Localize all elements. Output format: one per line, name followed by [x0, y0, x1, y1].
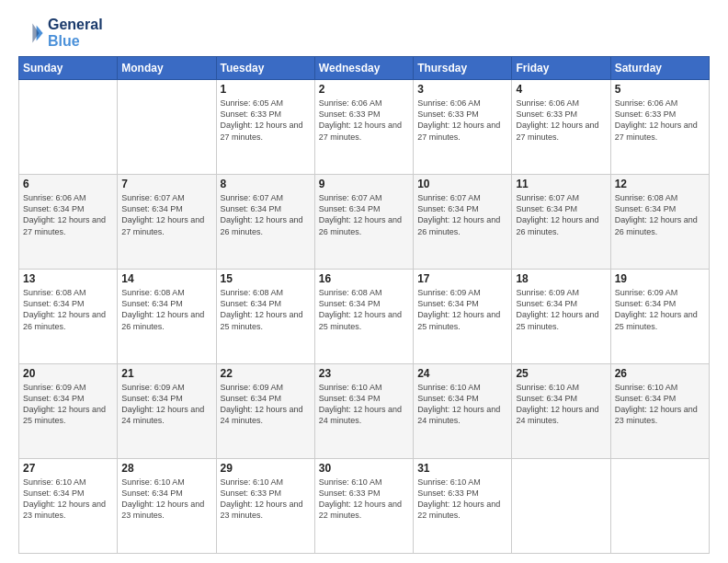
calendar-week-3: 13 Sunrise: 6:08 AMSunset: 6:34 PMDaylig… [19, 270, 710, 364]
calendar-cell: 31 Sunrise: 6:10 AMSunset: 6:33 PMDaylig… [414, 459, 512, 554]
calendar-cell [118, 80, 216, 175]
day-number: 22 [221, 367, 311, 380]
day-info: Sunrise: 6:05 AMSunset: 6:33 PMDaylight:… [221, 98, 303, 141]
calendar-week-4: 20 Sunrise: 6:09 AMSunset: 6:34 PMDaylig… [19, 364, 710, 459]
day-number: 26 [615, 367, 705, 380]
day-number: 29 [221, 462, 311, 475]
calendar-cell: 30 Sunrise: 6:10 AMSunset: 6:33 PMDaylig… [314, 459, 413, 554]
logo-icon [18, 20, 44, 46]
calendar-cell: 4 Sunrise: 6:06 AMSunset: 6:33 PMDayligh… [512, 80, 610, 175]
calendar-cell: 22 Sunrise: 6:09 AMSunset: 6:34 PMDaylig… [216, 364, 314, 459]
day-number: 8 [221, 178, 311, 190]
day-info: Sunrise: 6:07 AMSunset: 6:34 PMDaylight:… [516, 193, 598, 236]
day-info: Sunrise: 6:09 AMSunset: 6:34 PMDaylight:… [23, 383, 106, 425]
calendar-cell: 5 Sunrise: 6:06 AMSunset: 6:33 PMDayligh… [610, 80, 709, 175]
calendar-cell: 26 Sunrise: 6:10 AMSunset: 6:34 PMDaylig… [610, 364, 709, 459]
day-info: Sunrise: 6:09 AMSunset: 6:34 PMDaylight:… [615, 288, 698, 330]
calendar-cell: 19 Sunrise: 6:09 AMSunset: 6:34 PMDaylig… [610, 270, 709, 364]
day-number: 2 [319, 83, 409, 96]
day-number: 9 [319, 178, 409, 190]
col-monday: Monday [118, 57, 216, 80]
calendar-cell: 18 Sunrise: 6:09 AMSunset: 6:34 PMDaylig… [512, 270, 610, 364]
col-tuesday: Tuesday [216, 57, 314, 80]
day-info: Sunrise: 6:06 AMSunset: 6:33 PMDaylight:… [417, 98, 500, 141]
calendar-cell: 12 Sunrise: 6:08 AMSunset: 6:34 PMDaylig… [610, 175, 709, 270]
day-info: Sunrise: 6:08 AMSunset: 6:34 PMDaylight:… [615, 193, 698, 236]
day-info: Sunrise: 6:06 AMSunset: 6:33 PMDaylight:… [516, 98, 598, 141]
day-number: 19 [615, 272, 705, 285]
day-info: Sunrise: 6:07 AMSunset: 6:34 PMDaylight:… [221, 193, 303, 236]
col-saturday: Saturday [610, 57, 709, 80]
calendar-cell: 21 Sunrise: 6:09 AMSunset: 6:34 PMDaylig… [118, 364, 216, 459]
day-info: Sunrise: 6:07 AMSunset: 6:34 PMDaylight:… [319, 193, 402, 236]
calendar-header: Sunday Monday Tuesday Wednesday Thursday… [19, 57, 710, 80]
calendar-cell: 25 Sunrise: 6:10 AMSunset: 6:34 PMDaylig… [512, 364, 610, 459]
day-number: 4 [516, 83, 606, 96]
day-info: Sunrise: 6:09 AMSunset: 6:34 PMDaylight:… [121, 383, 204, 425]
col-wednesday: Wednesday [314, 57, 413, 80]
calendar-body: 1 Sunrise: 6:05 AMSunset: 6:33 PMDayligh… [19, 80, 710, 554]
day-info: Sunrise: 6:06 AMSunset: 6:33 PMDaylight:… [319, 98, 402, 141]
col-sunday: Sunday [19, 57, 118, 80]
day-number: 31 [417, 462, 507, 475]
calendar-cell: 16 Sunrise: 6:08 AMSunset: 6:34 PMDaylig… [314, 270, 413, 364]
calendar-cell: 24 Sunrise: 6:10 AMSunset: 6:34 PMDaylig… [414, 364, 512, 459]
header-row: Sunday Monday Tuesday Wednesday Thursday… [19, 57, 710, 80]
calendar-cell: 14 Sunrise: 6:08 AMSunset: 6:34 PMDaylig… [118, 270, 216, 364]
calendar-cell [610, 459, 709, 554]
logo: General Blue [18, 17, 103, 49]
calendar-cell: 17 Sunrise: 6:09 AMSunset: 6:34 PMDaylig… [414, 270, 512, 364]
day-info: Sunrise: 6:06 AMSunset: 6:34 PMDaylight:… [23, 193, 106, 236]
logo-text: General Blue [48, 17, 103, 49]
col-friday: Friday [512, 57, 610, 80]
calendar-cell: 29 Sunrise: 6:10 AMSunset: 6:33 PMDaylig… [216, 459, 314, 554]
day-info: Sunrise: 6:10 AMSunset: 6:34 PMDaylight:… [417, 383, 500, 425]
day-number: 10 [417, 178, 507, 190]
calendar-cell: 9 Sunrise: 6:07 AMSunset: 6:34 PMDayligh… [314, 175, 413, 270]
day-number: 3 [417, 83, 507, 96]
day-info: Sunrise: 6:10 AMSunset: 6:34 PMDaylight:… [516, 383, 598, 425]
calendar-cell [512, 459, 610, 554]
day-number: 17 [417, 272, 507, 285]
day-number: 23 [319, 367, 409, 380]
day-info: Sunrise: 6:08 AMSunset: 6:34 PMDaylight:… [221, 288, 303, 330]
calendar-cell: 27 Sunrise: 6:10 AMSunset: 6:34 PMDaylig… [19, 459, 118, 554]
calendar-cell: 28 Sunrise: 6:10 AMSunset: 6:34 PMDaylig… [118, 459, 216, 554]
day-info: Sunrise: 6:10 AMSunset: 6:34 PMDaylight:… [615, 383, 698, 425]
day-info: Sunrise: 6:10 AMSunset: 6:34 PMDaylight:… [319, 383, 402, 425]
day-info: Sunrise: 6:10 AMSunset: 6:34 PMDaylight:… [23, 477, 106, 520]
day-number: 13 [23, 272, 113, 285]
day-number: 30 [319, 462, 409, 475]
calendar-cell: 23 Sunrise: 6:10 AMSunset: 6:34 PMDaylig… [314, 364, 413, 459]
calendar-cell [19, 80, 118, 175]
day-number: 5 [615, 83, 705, 96]
day-info: Sunrise: 6:08 AMSunset: 6:34 PMDaylight:… [121, 288, 204, 330]
page: General Blue Sunday Monday Tuesday Wedne… [0, 0, 728, 563]
day-number: 11 [516, 178, 606, 190]
day-info: Sunrise: 6:07 AMSunset: 6:34 PMDaylight:… [121, 193, 204, 236]
calendar-cell: 10 Sunrise: 6:07 AMSunset: 6:34 PMDaylig… [414, 175, 512, 270]
calendar-cell: 1 Sunrise: 6:05 AMSunset: 6:33 PMDayligh… [216, 80, 314, 175]
day-info: Sunrise: 6:10 AMSunset: 6:34 PMDaylight:… [121, 477, 204, 520]
day-number: 28 [121, 462, 211, 475]
day-number: 20 [23, 367, 113, 380]
day-number: 16 [319, 272, 409, 285]
header: General Blue [18, 17, 710, 49]
calendar-cell: 13 Sunrise: 6:08 AMSunset: 6:34 PMDaylig… [19, 270, 118, 364]
day-info: Sunrise: 6:09 AMSunset: 6:34 PMDaylight:… [221, 383, 303, 425]
calendar-cell: 2 Sunrise: 6:06 AMSunset: 6:33 PMDayligh… [314, 80, 413, 175]
day-info: Sunrise: 6:09 AMSunset: 6:34 PMDaylight:… [516, 288, 598, 330]
day-info: Sunrise: 6:10 AMSunset: 6:33 PMDaylight:… [221, 477, 303, 520]
day-number: 27 [23, 462, 113, 475]
day-info: Sunrise: 6:09 AMSunset: 6:34 PMDaylight:… [417, 288, 500, 330]
col-thursday: Thursday [414, 57, 512, 80]
day-info: Sunrise: 6:08 AMSunset: 6:34 PMDaylight:… [319, 288, 402, 330]
day-number: 21 [121, 367, 211, 380]
day-number: 14 [121, 272, 211, 285]
day-info: Sunrise: 6:08 AMSunset: 6:34 PMDaylight:… [23, 288, 106, 330]
day-info: Sunrise: 6:10 AMSunset: 6:33 PMDaylight:… [417, 477, 500, 520]
calendar-cell: 3 Sunrise: 6:06 AMSunset: 6:33 PMDayligh… [414, 80, 512, 175]
day-info: Sunrise: 6:07 AMSunset: 6:34 PMDaylight:… [417, 193, 500, 236]
svg-marker-1 [32, 23, 39, 42]
day-number: 15 [221, 272, 311, 285]
